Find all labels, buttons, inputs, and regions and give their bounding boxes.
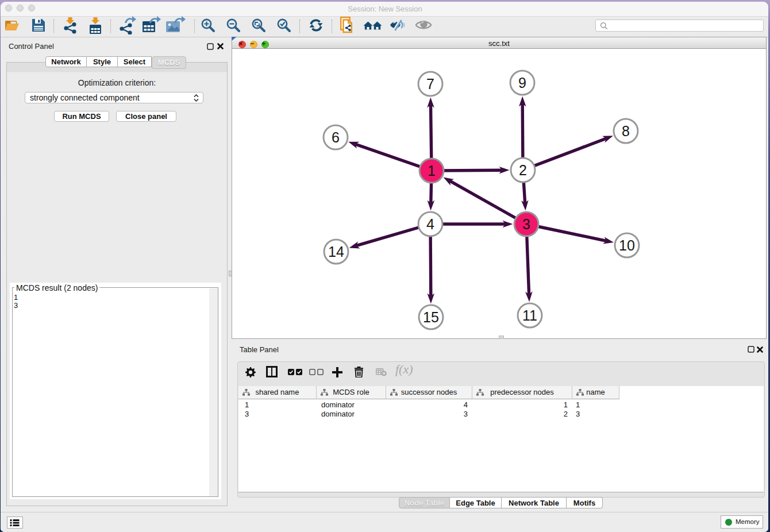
svg-text:2: 2 <box>519 162 527 178</box>
svg-text:9: 9 <box>518 75 526 91</box>
svg-text:15: 15 <box>423 309 439 325</box>
svg-text:8: 8 <box>622 123 630 139</box>
svg-text:11: 11 <box>522 307 537 323</box>
svg-text:4: 4 <box>426 216 434 232</box>
svg-text:14: 14 <box>328 244 344 260</box>
svg-text:6: 6 <box>332 129 340 145</box>
svg-text:f(x): f(x) <box>395 364 413 376</box>
svg-text:7: 7 <box>426 76 434 92</box>
svg-text:1: 1 <box>428 163 436 179</box>
svg-text:10: 10 <box>619 237 635 253</box>
svg-text:3: 3 <box>522 216 530 232</box>
